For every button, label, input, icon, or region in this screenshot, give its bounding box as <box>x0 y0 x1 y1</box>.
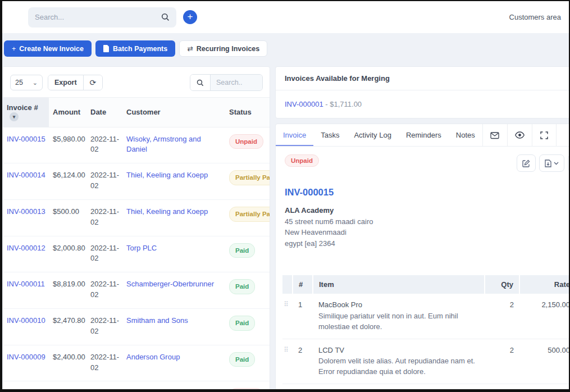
status-badge: Unpaid <box>229 134 263 149</box>
app-window: + Customers area + Create New Invoice Ba… <box>2 1 569 389</box>
invoice-number-link[interactable]: INV-000015 <box>7 135 45 143</box>
invoice-date: 2022-11-02 <box>86 381 122 389</box>
invoice-date: 2022-11-02 <box>86 163 122 200</box>
invoice-number-link[interactable]: INV-000010 <box>7 316 45 325</box>
recurring-icon: ⇄ <box>187 44 193 53</box>
search-icon[interactable] <box>190 75 211 90</box>
invoice-row: INV-000010 $2,470.80 2022-11-02 Smitham … <box>3 309 270 345</box>
detail-tab[interactable]: Reminders <box>399 124 449 146</box>
column-customer[interactable]: Customer <box>122 98 225 127</box>
address-line: New Heavenmaadi <box>285 227 563 238</box>
search-icon[interactable] <box>161 13 170 21</box>
invoice-row: INV-000013 $500.00 2022-11-02 Thiel, Kee… <box>3 199 270 236</box>
export-group: Export ⟳ <box>48 75 103 90</box>
drag-handle-icon[interactable]: ⠿ <box>282 339 293 384</box>
drag-column-header <box>282 275 293 294</box>
customer-link[interactable]: Thiel, Keeling and Koepp <box>126 207 208 216</box>
chevron-down-icon <box>554 162 559 165</box>
invoice-number-link[interactable]: INV-000008 <box>7 389 45 389</box>
invoice-number-link[interactable]: INV-000011 <box>7 280 45 288</box>
customers-area-link[interactable]: Customers area <box>509 13 561 21</box>
invoice-number-link[interactable]: INV-000009 <box>7 353 45 361</box>
status-badge: Paid <box>229 243 255 258</box>
column-amount[interactable]: Amount <box>49 98 86 127</box>
detail-tab[interactable]: Invoice <box>276 124 313 146</box>
item-name: MacBook Pro <box>318 300 479 311</box>
plus-icon: + <box>12 45 16 53</box>
table-search-input[interactable] <box>211 75 262 90</box>
table-header-row: Invoice #▾ Amount Date Customer Status <box>3 98 270 127</box>
detail-actions <box>517 154 569 172</box>
top-bar: + Customers area <box>2 1 569 33</box>
item-description: Similique pariatur velit non in aut. Eum… <box>318 311 479 332</box>
detail-tab[interactable]: Notes <box>449 124 482 146</box>
invoices-table: Invoice #▾ Amount Date Customer Status I… <box>3 97 270 389</box>
line-item-row: ⠿ 2 LCD TV Dolorem velit iste alias. Aut… <box>282 339 569 384</box>
invoice-date: 2022-11-02 <box>86 127 122 163</box>
item-number: 3 <box>293 384 313 389</box>
invoice-row: INV-000012 $2,000.80 2022-11-02 Torp PLC… <box>3 236 270 272</box>
refresh-button[interactable]: ⟳ <box>83 75 103 90</box>
invoice-row: INV-000008 $6,450.00 2022-11-02 Anderson… <box>3 381 270 389</box>
line-item-row: ⠿ 3 SEO Optimization Enim nihil qui temp… <box>282 384 569 389</box>
drag-handle-icon[interactable]: ⠿ <box>282 294 293 339</box>
merge-panel-body: INV-000001 - $1,711.00 <box>276 90 569 118</box>
batch-payments-button[interactable]: Batch Payments <box>95 40 175 57</box>
invoice-date: 2022-11-02 <box>86 272 122 309</box>
invoice-number-link[interactable]: INV-000014 <box>7 171 45 179</box>
main-content: 25 ⌄ Export ⟳ <box>2 66 569 389</box>
invoice-detail-panel: Invoice Tasks Activity Log Reminders Not… <box>275 124 569 389</box>
item-rate: 500.00 <box>519 384 569 389</box>
customer-link[interactable]: Schamberger-Oberbrunner <box>126 280 214 288</box>
customer-link[interactable]: Anderson Group <box>126 389 180 389</box>
status-badge: Paid <box>229 279 255 294</box>
merge-panel-title: Invoices Available for Merging <box>276 67 569 90</box>
customer-link[interactable]: Wisoky, Armstrong and Daniel <box>126 135 201 154</box>
status-badge: Partially Paid <box>229 207 270 222</box>
more-options-button[interactable] <box>568 154 569 172</box>
create-new-invoice-button[interactable]: + Create New Invoice <box>4 40 92 57</box>
send-email-icon[interactable] <box>482 124 507 146</box>
invoice-amount: $5,980.00 <box>49 127 86 163</box>
customer-link[interactable]: Torp PLC <box>126 244 157 252</box>
detail-tab[interactable]: Tasks <box>313 124 346 146</box>
column-invoice-number[interactable]: Invoice #▾ <box>3 98 49 127</box>
global-search-input[interactable] <box>28 13 161 21</box>
preview-eye-icon[interactable] <box>507 124 532 146</box>
invoice-number-link[interactable]: INV-000013 <box>7 207 45 216</box>
item-qty: 2 <box>485 339 519 384</box>
recurring-invoices-button[interactable]: ⇄ Recurring Invoices <box>179 40 267 57</box>
customer-link[interactable]: Anderson Group <box>126 353 180 361</box>
line-item-row: ⠿ 1 MacBook Pro Similique pariatur velit… <box>282 294 569 339</box>
invoice-amount: $2,470.80 <box>49 309 86 345</box>
fullscreen-icon[interactable] <box>532 124 557 146</box>
column-date[interactable]: Date <box>86 98 122 127</box>
per-page-select[interactable]: 25 ⌄ <box>10 75 43 90</box>
download-pdf-button[interactable] <box>539 154 564 172</box>
line-items-table: # Item Qty Rate ⠿ 1 <box>282 275 569 389</box>
tab-icon-group <box>482 124 557 146</box>
quick-add-button[interactable]: + <box>183 10 197 24</box>
merge-invoice-link[interactable]: INV-000001 <box>285 100 323 108</box>
customer-link[interactable]: Smitham and Sons <box>126 316 188 325</box>
invoice-status-badge: Unpaid <box>285 154 319 167</box>
customer-link[interactable]: Thiel, Keeling and Koepp <box>126 171 208 179</box>
list-controls: 25 ⌄ Export ⟳ <box>3 67 270 97</box>
invoice-amount: $2,400.00 <box>49 345 86 381</box>
invoice-date: 2022-11-02 <box>86 236 122 272</box>
column-qty: Qty <box>485 275 519 294</box>
merge-panel: Invoices Available for Merging INV-00000… <box>275 66 569 118</box>
column-status[interactable]: Status <box>225 98 270 127</box>
items-header-row: # Item Qty Rate <box>282 275 569 294</box>
invoice-number-heading[interactable]: INV-000015 <box>285 187 563 198</box>
invoice-row: INV-000011 $8,819.00 2022-11-02 Schamber… <box>3 272 270 309</box>
drag-handle-icon[interactable]: ⠿ <box>282 384 293 389</box>
global-search[interactable] <box>28 7 176 28</box>
export-button[interactable]: Export <box>48 75 83 90</box>
status-row: Unpaid <box>285 154 563 172</box>
edit-invoice-button[interactable] <box>517 154 536 172</box>
invoice-number-link[interactable]: INV-000012 <box>7 244 45 252</box>
detail-tab[interactable]: Activity Log <box>346 124 398 146</box>
item-qty: 2 <box>485 384 519 389</box>
sort-chevron-icon[interactable]: ▾ <box>10 112 19 121</box>
